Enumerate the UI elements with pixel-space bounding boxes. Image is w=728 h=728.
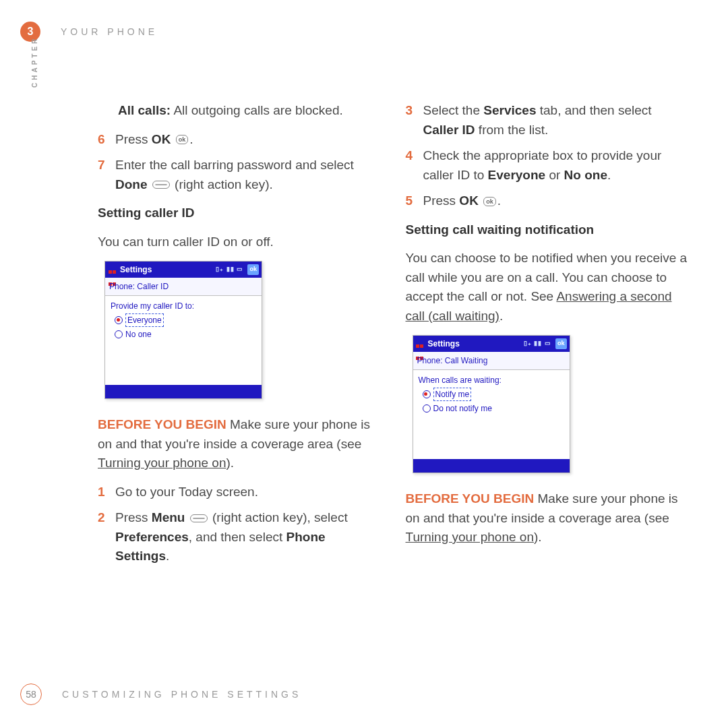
step-text: Press OK ok. [115,130,380,150]
step-text: Go to your Today screen. [115,483,380,502]
radio-icon [115,330,123,338]
t [479,193,482,208]
t: . [499,309,503,323]
page-footer: 58 CUSTOMIZING PHONE SETTINGS [20,684,301,705]
screenshot-footer-bar [105,385,262,398]
radio-option: Notify me [423,388,564,401]
t: . [497,193,501,208]
t: No one [564,168,607,182]
screenshot-body: When calls are waiting: Notify me Do not… [413,370,570,459]
left-column: All calls: All outgoing calls are blocke… [98,101,380,576]
step-num: 5 [406,191,423,211]
step-text: Check the appropriate box to provide you… [423,146,688,185]
section-desc: You can turn caller ID on or off. [98,233,380,252]
t: Caller ID [423,123,475,137]
side-chapter-label: CHAPTER [31,36,38,88]
screenshot-breadcrumb: Phone: Caller ID [105,278,262,296]
radio-icon [423,404,431,413]
screenshot-prompt: Provide my caller ID to: [111,300,256,312]
windows-icon [416,339,425,348]
content-columns: All calls: All outgoing calls are blocke… [98,101,688,576]
screenshot-call-waiting: Settings ▯₊ ▮▮ ▭ ok Phone: Call Waiting … [413,335,570,473]
radio-option: Do not notify me [423,402,564,415]
ok-key-icon: ok [176,135,189,144]
radio-label: Do not notify me [433,402,492,415]
screenshot-titlebar: Settings ▯₊ ▮▮ ▭ ok [105,262,262,278]
status-icons: ▯₊ ▮▮ ▭ [216,265,243,274]
t: Press [115,510,152,524]
t: . [189,132,193,146]
before-you-begin-block: BEFORE YOU BEGIN Make sure your phone is… [98,415,380,473]
t: from the list. [475,123,549,137]
windows-icon [108,265,117,274]
section-heading-call-waiting: Setting call waiting notification [406,220,688,240]
screenshot-titlebar: Settings ▯₊ ▮▮ ▭ ok [413,336,570,352]
step-num: 7 [98,156,115,175]
screenshot-title-text: Settings [120,264,213,276]
step-text: Press OK ok. [423,191,688,211]
ok-box-icon: ok [555,338,567,349]
link-turning-phone-on[interactable]: Turning your phone on [98,456,226,470]
t: . [607,168,611,182]
link-turning-phone-on[interactable]: Turning your phone on [406,530,534,544]
step-num: 1 [98,483,115,502]
step-text: Select the Services tab, and then select… [423,101,688,140]
step-num: 6 [98,130,115,150]
t: Enter the call barring password and sele… [115,158,354,172]
all-calls-text: All outgoing calls are blocked. [171,103,343,117]
radio-selected-icon [423,390,431,398]
ok-key-icon: ok [483,197,496,206]
t: , and then select [189,530,286,544]
t [148,177,151,191]
screenshot-body: Provide my caller ID to: Everyone No one [105,296,262,385]
radio-label: Notify me [433,388,472,401]
page-header: 3 YOUR PHONE [20,22,158,42]
t: or [545,168,564,182]
step-5: 5 Press OK ok. [406,191,688,211]
section-desc: You can choose to be notified when you r… [406,249,688,326]
t [185,510,188,524]
before-you-begin-label: BEFORE YOU BEGIN [406,491,535,506]
t: (right action key). [171,177,273,191]
screenshot-footer-bar [413,459,570,473]
t [171,132,174,146]
screenshot-title-text: Settings [428,338,521,350]
right-column: 3 Select the Services tab, and then sele… [406,101,688,576]
t: Done [115,177,148,191]
t: (right action key), select [209,510,348,524]
step-1: 1 Go to your Today screen. [98,483,380,502]
radio-selected-icon [115,316,123,324]
step-2: 2 Press Menu (right action key), select … [98,508,380,566]
radio-option: No one [115,328,256,340]
section-heading-caller-id: Setting caller ID [98,204,380,223]
action-key-icon [190,514,208,522]
radio-label: Everyone [125,313,164,327]
before-you-begin-block: BEFORE YOU BEGIN Make sure your phone is… [406,489,688,547]
step-text: Enter the call barring password and sele… [115,156,380,194]
step-num: 3 [406,101,423,121]
radio-label: No one [125,328,152,340]
step-7: 7 Enter the call barring password and se… [98,156,380,194]
screenshot-caller-id: Settings ▯₊ ▮▮ ▭ ok Phone: Caller ID Pro… [104,261,262,399]
all-calls-line: All calls: All outgoing calls are blocke… [118,101,380,121]
footer-section-title: CUSTOMIZING PHONE SETTINGS [62,689,301,700]
screenshot-breadcrumb: Phone: Call Waiting [413,352,570,370]
t: OK [152,132,171,146]
t: tab, and then select [536,103,651,117]
all-calls-label: All calls: [118,103,171,117]
step-6: 6 Press OK ok. [98,130,380,150]
step-3: 3 Select the Services tab, and then sele… [406,101,688,140]
t: ). [226,456,234,470]
t: OK [459,193,479,208]
t: Services [483,103,536,117]
ok-box-icon: ok [247,264,259,275]
right-steps-top: 3 Select the Services tab, and then sele… [406,101,688,211]
t: ). [534,530,542,544]
step-text: Press Menu (right action key), select Pr… [115,508,380,566]
header-section-title: YOUR PHONE [61,26,158,37]
status-icons: ▯₊ ▮▮ ▭ [524,339,551,348]
t: Everyone [488,168,546,182]
left-steps-top: 6 Press OK ok. 7 Enter the call barring … [98,130,380,195]
page-root: 3 YOUR PHONE CHAPTER All calls: All outg… [0,0,728,728]
t: Press [115,132,152,146]
